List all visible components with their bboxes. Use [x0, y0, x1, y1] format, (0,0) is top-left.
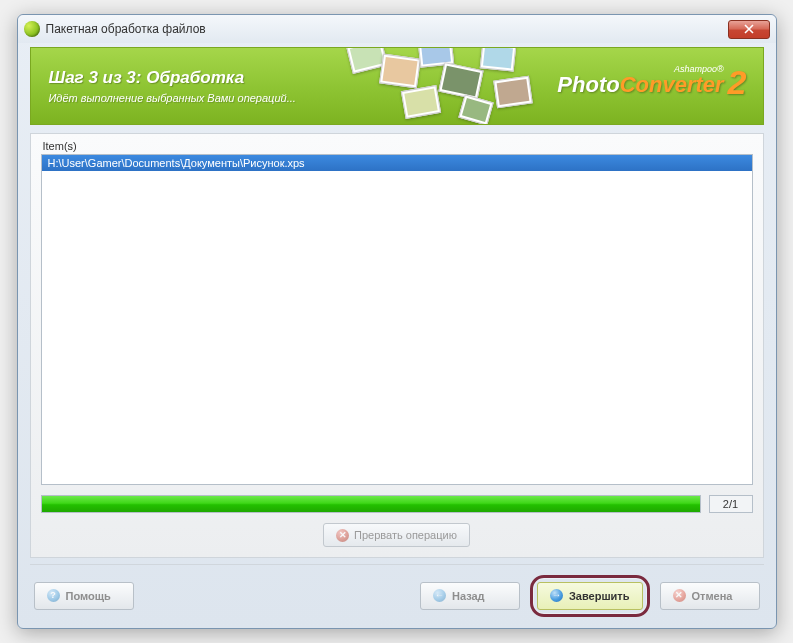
progress-bar: [41, 495, 701, 513]
step-subtitle: Идёт выполнение выбранных Вами операций.…: [49, 92, 296, 104]
titlebar: Пакетная обработка файлов: [18, 15, 776, 43]
help-label: Помощь: [66, 590, 111, 602]
cancel-label: Отмена: [692, 590, 733, 602]
back-button: ← Назад: [420, 582, 520, 610]
cancel-button: ✕ Отмена: [660, 582, 760, 610]
cancel-icon: ✕: [673, 589, 686, 602]
cancel-icon: ✕: [336, 529, 349, 542]
close-icon: [744, 24, 754, 34]
progress-fill: [42, 496, 700, 512]
abort-button: ✕ Прервать операцию: [323, 523, 470, 547]
finish-label: Завершить: [569, 590, 630, 602]
help-button: ? Помощь: [34, 582, 134, 610]
arrow-left-icon: ←: [433, 589, 446, 602]
back-label: Назад: [452, 590, 485, 602]
help-icon: ?: [47, 589, 60, 602]
finish-button[interactable]: → Завершить: [537, 582, 643, 610]
items-listbox[interactable]: H:\User\Gamer\Documents\Документы\Рисуно…: [41, 154, 753, 485]
progress-count: 2/1: [709, 495, 753, 513]
abort-label: Прервать операцию: [354, 529, 457, 541]
list-item[interactable]: H:\User\Gamer\Documents\Документы\Рисуно…: [42, 155, 752, 172]
close-button[interactable]: [728, 20, 770, 39]
arrow-right-icon: →: [550, 589, 563, 602]
content-area: Item(s) H:\User\Gamer\Documents\Документ…: [30, 133, 764, 558]
brand-logo: Ashampoo® PhotoConverter 2: [557, 64, 746, 96]
step-title: Шаг 3 из 3: Обработка: [49, 68, 296, 88]
app-icon: [24, 21, 40, 37]
items-label: Item(s): [43, 140, 753, 152]
footer: ? Помощь ← Назад → Завершить ✕ Отмена: [30, 564, 764, 618]
wizard-header: Шаг 3 из 3: Обработка Идёт выполнение вы…: [30, 47, 764, 125]
finish-highlight: → Завершить: [530, 575, 650, 617]
window-title: Пакетная обработка файлов: [46, 22, 728, 36]
photo-collage-decoration: [341, 47, 571, 125]
dialog-window: Пакетная обработка файлов Шаг 3 из 3: Об…: [17, 14, 777, 629]
